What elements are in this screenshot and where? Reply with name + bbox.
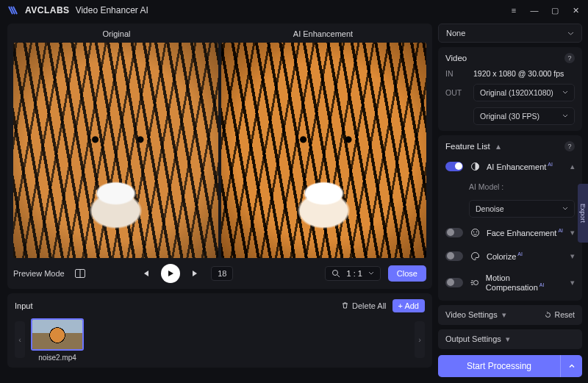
input-file-thumb[interactable]: noise2.mp4 <box>31 318 84 362</box>
chevron-up-icon <box>568 362 576 370</box>
help-icon[interactable]: ? <box>564 53 575 63</box>
filmstrip-next-button[interactable]: › <box>415 321 425 358</box>
output-settings-section[interactable]: Output Settings ▾ <box>438 329 582 349</box>
input-title: Input <box>15 301 32 310</box>
in-label: IN <box>445 69 466 78</box>
help-icon[interactable]: ? <box>564 141 575 151</box>
trash-icon <box>341 301 349 309</box>
zoom-icon <box>331 269 340 278</box>
feature-face-enhancement: Face EnhancementAI ▾ <box>445 223 575 241</box>
toggle-motion-compensation[interactable] <box>445 278 463 287</box>
maximize-button[interactable]: ▢ <box>550 6 560 15</box>
svg-point-7 <box>476 231 477 232</box>
start-processing-button[interactable]: Start Processing <box>438 355 582 377</box>
video-settings-section[interactable]: Video Settings ▾ Reset <box>438 305 582 325</box>
compare-layout-button[interactable] <box>72 265 88 282</box>
delete-all-button[interactable]: Delete All <box>341 301 386 310</box>
zoom-value: 1 : 1 <box>346 269 362 278</box>
feature-list-title: Feature List <box>445 142 490 151</box>
close-preview-button[interactable]: Close <box>388 265 426 282</box>
title-bar: AVCLABS Video Enhancer AI ≡ — ▢ ✕ <box>0 0 588 21</box>
preview-original <box>13 43 218 258</box>
chevron-down-icon <box>368 271 374 276</box>
svg-point-2 <box>333 270 338 275</box>
menu-icon[interactable]: ≡ <box>509 6 519 15</box>
feature-colorize: ColorizeAI ▾ <box>445 247 575 265</box>
out-label: OUT <box>445 88 466 97</box>
contrast-icon <box>469 160 481 172</box>
compare-label-original: Original <box>13 28 220 43</box>
minimize-button[interactable]: — <box>529 6 539 15</box>
chevron-down-icon <box>562 206 568 212</box>
filmstrip-prev-button[interactable]: ‹ <box>15 321 25 358</box>
svg-point-5 <box>471 229 478 236</box>
chevron-down-icon[interactable]: ▾ <box>570 251 575 261</box>
palette-icon <box>469 250 481 262</box>
input-card: Input Delete All + Add ‹ noise2.mp4 › <box>7 293 432 368</box>
svg-point-6 <box>473 231 474 232</box>
preset-select[interactable]: None <box>438 24 582 43</box>
chevron-down-icon: ▾ <box>502 310 506 320</box>
chevron-down-icon <box>567 30 574 37</box>
reset-icon <box>544 311 552 319</box>
zoom-select[interactable]: 1 : 1 <box>325 266 380 281</box>
prev-frame-button[interactable] <box>137 265 154 282</box>
export-tab[interactable]: Export <box>578 184 588 243</box>
in-value: 1920 x 1080 @ 30.000 fps <box>473 69 564 78</box>
next-frame-button[interactable] <box>187 265 204 282</box>
brand-text: AVCLABS <box>25 5 70 15</box>
feature-list-panel: Feature List ▴ ? AI EnhancementAI ▴ AI M… <box>438 135 582 301</box>
chevron-down-icon[interactable]: ▾ <box>570 278 575 287</box>
motion-icon <box>469 276 480 288</box>
toggle-ai-enhancement[interactable] <box>445 162 463 171</box>
reset-button[interactable]: Reset <box>544 310 575 319</box>
video-panel: Video ? IN 1920 x 1080 @ 30.000 fps OUT … <box>438 47 582 131</box>
out-resolution-select[interactable]: Original (1920X1080) <box>473 84 575 101</box>
app-title: Video Enhancer AI <box>76 5 148 15</box>
feature-motion-compensation: Motion CompensationAI ▾ <box>445 271 575 295</box>
video-panel-title: Video <box>445 54 467 62</box>
start-options-button[interactable] <box>560 355 582 377</box>
toggle-face-enhancement[interactable] <box>445 228 463 237</box>
preview-enhanced <box>221 43 426 258</box>
ai-model-select[interactable]: Denoise <box>469 200 575 218</box>
out-fps-select[interactable]: Original (30 FPS) <box>473 107 575 125</box>
chevron-down-icon <box>562 113 568 119</box>
compare-label-enhanced: AI Enhancement <box>220 28 426 43</box>
feature-ai-enhancement: AI EnhancementAI ▴ <box>445 157 575 175</box>
chevron-down-icon <box>562 90 568 96</box>
chevron-up-icon[interactable]: ▴ <box>570 162 575 171</box>
close-window-button[interactable]: ✕ <box>570 6 581 15</box>
svg-point-8 <box>473 280 478 284</box>
play-button[interactable] <box>161 264 180 283</box>
add-file-button[interactable]: + Add <box>392 299 425 312</box>
chevron-down-icon: ▾ <box>506 334 510 344</box>
logo-icon <box>7 4 21 17</box>
ai-model-label: AI Model : <box>445 181 575 194</box>
face-icon <box>469 226 481 238</box>
input-file-name: noise2.mp4 <box>31 351 84 362</box>
preview-mode-label: Preview Mode <box>13 269 65 278</box>
preview-card: Original AI Enhancement Preview Mode <box>7 24 432 289</box>
svg-line-3 <box>337 275 340 277</box>
chevron-down-icon[interactable]: ▾ <box>570 228 575 237</box>
brand-logo: AVCLABS <box>7 4 70 17</box>
toggle-colorize[interactable] <box>445 251 463 261</box>
frame-number[interactable]: 18 <box>211 266 233 281</box>
collapse-icon[interactable]: ▴ <box>496 141 501 151</box>
